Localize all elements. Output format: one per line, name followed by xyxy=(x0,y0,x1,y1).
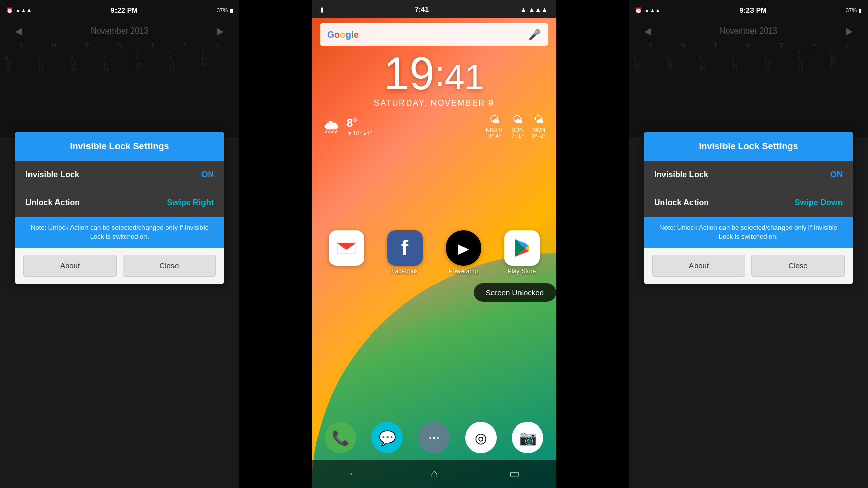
weather-range: ▼10° ▴4° xyxy=(346,130,372,137)
forecast-mon-label: MON xyxy=(532,127,546,133)
playstore-app[interactable]: Play Store xyxy=(504,230,540,275)
left-about-button[interactable]: About xyxy=(23,255,117,277)
right-invisible-lock-label: Invisible Lock xyxy=(654,170,708,179)
cal-header-w: W xyxy=(103,41,136,50)
camera-icon: 📷 xyxy=(519,430,537,446)
center-signal-icon: ▲▲▲ xyxy=(528,6,548,13)
cal-header-f: F xyxy=(168,41,201,50)
g-letter-1: G xyxy=(327,29,334,40)
dock-chrome[interactable]: ◎ xyxy=(465,422,497,453)
center-status-icons-left: ▮ xyxy=(320,6,324,13)
forecast-night-temps: 9° 4° xyxy=(486,133,503,139)
right-status-bar: ⏰ ▲▲▲ 9:23 PM 37% ▮ xyxy=(629,0,868,20)
g-letter-4: g xyxy=(345,29,351,40)
right-battery-text: 37% xyxy=(846,7,857,13)
weather-row: 🌧 8° ▼10° ▴4° 🌤 NIGHT 9° 4° 🌤 SUN 7° 1° … xyxy=(312,114,556,139)
left-unlock-action-row[interactable]: Unlock Action Swipe Right xyxy=(15,189,224,217)
right-invisible-lock-dialog: Invisible Lock Settings Invisible Lock O… xyxy=(644,132,853,284)
right-invisible-lock-row[interactable]: Invisible Lock ON xyxy=(644,161,853,189)
cal-header-m: M xyxy=(38,41,70,50)
center-status-bar: ▮ 7:41 ▲ ▲▲▲ xyxy=(312,0,556,18)
battery-text: 37% xyxy=(217,7,228,13)
forecast-sun-label: SUN xyxy=(511,127,524,133)
center-battery-icon: ▮ xyxy=(320,6,324,13)
forecast-sun-temps: 7° 1° xyxy=(511,133,524,139)
dock-hangouts[interactable]: 💬 xyxy=(371,422,403,453)
right-unlock-action-label: Unlock Action xyxy=(654,198,709,207)
facebook-label: Facebook xyxy=(391,268,418,275)
right-time: 9:23 PM xyxy=(740,6,767,14)
clock-minutes: 41 xyxy=(445,57,484,97)
right-cal-prev: ◀ xyxy=(644,25,651,37)
gmail-svg xyxy=(336,240,357,256)
poweramp-label: Poweramp xyxy=(449,268,478,275)
nav-back-button[interactable]: ← xyxy=(348,467,359,480)
left-calendar-header: ◀ November 2013 ▶ xyxy=(5,25,234,37)
playstore-icon xyxy=(504,230,540,266)
clock-colon: : xyxy=(435,56,444,92)
right-signal-bars: ▲▲▲ xyxy=(644,7,661,13)
left-status-bar: ⏰ ▲▲▲ 9:22 PM 37% ▮ xyxy=(0,0,239,20)
left-invisible-lock-row[interactable]: Invisible Lock ON xyxy=(15,161,224,189)
left-invisible-lock-value: ON xyxy=(201,170,214,179)
clock-widget: 19:41 SATURDAY, NOVEMBER 9 xyxy=(312,51,556,108)
right-cal-next: ▶ xyxy=(846,25,853,37)
battery-icon: ▮ xyxy=(230,7,233,14)
left-invisible-lock-dialog: Invisible Lock Settings Invisible Lock O… xyxy=(15,132,224,284)
cal-header-t: T xyxy=(71,41,103,50)
nav-home-button[interactable]: ⌂ xyxy=(431,467,438,480)
forecast-sun-icon: 🌤 xyxy=(511,114,524,126)
right-dialog-area: Invisible Lock Settings Invisible Lock O… xyxy=(644,132,853,284)
nav-recent-button[interactable]: ▭ xyxy=(509,467,520,480)
right-close-button[interactable]: Close xyxy=(751,255,845,277)
left-note-text: Note: Unlock Action can be selected/chan… xyxy=(31,224,209,240)
google-search-bar[interactable]: Google 🎤 xyxy=(320,23,548,46)
hangouts-icon: 💬 xyxy=(379,430,396,446)
right-unlock-action-row[interactable]: Unlock Action Swipe Down xyxy=(644,189,853,217)
right-calendar-grid: S M T W T F S 1 2 3 4 5 6 7 8 9 10 11 12… xyxy=(634,41,863,72)
poweramp-icon: ▶ xyxy=(446,230,481,266)
left-unlock-action-label: Unlock Action xyxy=(25,198,80,207)
left-unlock-action-value: Swipe Right xyxy=(167,198,214,207)
left-invisible-lock-label: Invisible Lock xyxy=(25,170,79,179)
left-dialog-buttons: About Close xyxy=(15,248,224,284)
right-dialog-note: Note: Unlock Action can be selected/chan… xyxy=(644,217,853,248)
right-calendar-bg: ◀ November 2013 ▶ S M T W T F S 1 2 3 4 … xyxy=(629,20,868,137)
gmail-app[interactable] xyxy=(329,230,364,275)
microphone-icon[interactable]: 🎤 xyxy=(528,28,541,41)
phone-icon: 📞 xyxy=(332,430,350,446)
cal-header-sa: S xyxy=(201,41,234,50)
left-battery: 37% ▮ xyxy=(217,7,233,14)
center-time: 7:41 xyxy=(415,5,429,13)
center-status-icons-right: ▲ ▲▲▲ xyxy=(520,6,548,13)
g-letter-6: e xyxy=(354,29,359,40)
poweramp-app[interactable]: ▶ Poweramp xyxy=(446,230,481,275)
left-cal-prev: ◀ xyxy=(15,25,22,37)
right-dialog-title: Invisible Lock Settings xyxy=(699,141,798,151)
right-unlock-action-value: Swipe Down xyxy=(795,198,843,207)
clock-date: SATURDAY, NOVEMBER 9 xyxy=(312,99,556,108)
forecast-sun: 🌤 SUN 7° 1° xyxy=(511,114,524,139)
forecast-night: 🌤 NIGHT 9° 4° xyxy=(486,114,503,139)
left-dialog-title: Invisible Lock Settings xyxy=(70,141,169,151)
facebook-icon: f xyxy=(387,230,423,266)
facebook-app[interactable]: f Facebook xyxy=(387,230,423,275)
forecast-mon-icon: 🌤 xyxy=(532,114,546,126)
cal-header-th: T xyxy=(136,41,168,50)
dock-phone[interactable]: 📞 xyxy=(325,422,356,453)
forecast-mon: 🌤 MON 3° -2° xyxy=(532,114,546,139)
playstore-label: Play Store xyxy=(508,268,536,275)
center-wifi-icon: ▲ xyxy=(520,6,527,13)
right-status-icons: ⏰ ▲▲▲ xyxy=(635,7,661,14)
right-about-button[interactable]: About xyxy=(652,255,745,277)
left-calendar-grid: S M T W T F S 1 2 3 4 5 6 7 8 9 10 11 12… xyxy=(5,41,234,72)
right-dialog-header: Invisible Lock Settings xyxy=(644,132,853,161)
left-dialog-note: Note: Unlock Action can be selected/chan… xyxy=(15,217,224,248)
dock-camera[interactable]: 📷 xyxy=(512,422,543,453)
right-alarm-icon: ⏰ xyxy=(635,7,642,14)
left-calendar-bg: ◀ November 2013 ▶ S M T W T F S 1 2 3 4 … xyxy=(0,20,239,137)
dock-apps[interactable]: ⋯ xyxy=(418,422,450,453)
dock-row: 📞 💬 ⋯ ◎ 📷 xyxy=(312,418,556,458)
left-close-button[interactable]: Close xyxy=(123,255,216,277)
clock-time: 19:41 xyxy=(312,51,556,97)
